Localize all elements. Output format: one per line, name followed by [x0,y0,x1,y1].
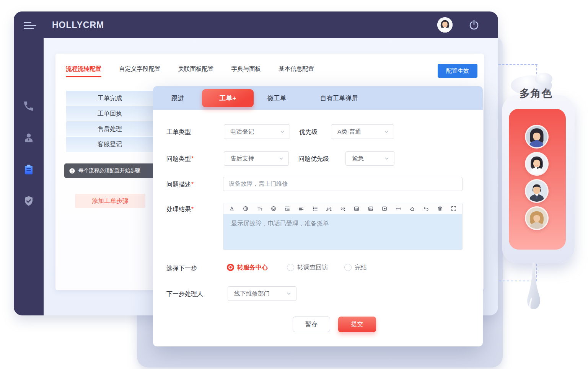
undo-icon[interactable] [423,206,429,212]
flow-step-item[interactable]: 工单完成 [66,91,153,106]
video-icon[interactable] [381,206,388,212]
next-handler-select[interactable]: 线下维修部门 [228,286,296,301]
ticket-type-label: 工单类型 [166,128,191,136]
tab-flow-config[interactable]: 流程流转配置 [66,65,101,77]
next-step-label: 选择下一步 [166,265,197,273]
radio-unselected-icon [287,264,294,271]
blonde-agent-avatar[interactable] [525,206,549,230]
divider-icon[interactable] [395,206,401,212]
list-icon[interactable] [312,206,318,212]
info-icon [69,168,75,174]
sidebar [14,11,44,315]
female-agent-avatar[interactable] [525,125,549,149]
brand-logo: HOLLYCRM [52,11,104,38]
tab-micro-workorder[interactable]: 微工单 [267,86,287,110]
apply-config-button[interactable]: 配置生效 [438,64,477,78]
tab-workorder-active[interactable]: 工单+ [202,89,254,107]
tab-custom-fields[interactable]: 自定义字段配置 [119,65,161,77]
flow-step-item[interactable]: 客服登记 [66,137,153,152]
workorder-modal: 跟进 工单+ 微工单 自有工单弹屏 工单类型 电话登记 优先级 A类-普通 问题… [153,86,483,346]
link-add-icon[interactable] [326,206,332,212]
multi-role-label: 多角色 [520,87,553,100]
phone-icon[interactable] [23,100,34,112]
radio-selected-icon [227,264,234,271]
tooltip-text: 每个流程必须配置开始步骤 [78,167,140,174]
modal-tabbar: 跟进 工单+ 微工单 自有工单弹屏 [153,86,483,110]
priority-select[interactable]: A类-普通 [331,124,394,139]
ticket-type-select[interactable]: 电话登记 [224,124,290,139]
callout-dash-top [498,64,538,65]
tab-own-workorder-popup[interactable]: 自有工单弹屏 [320,86,358,110]
font-size-icon[interactable] [257,206,263,212]
security-shield-icon[interactable] [23,195,34,207]
user-avatar[interactable] [437,17,453,33]
radio-finish[interactable]: 完结 [344,264,367,272]
result-editor-body[interactable]: 显示屏故障，电话已受理，准备派单 [223,214,462,250]
problem-desc-label: 问题描述* [166,181,194,189]
chevron-down-icon [286,291,292,296]
workorder-clipboard-icon[interactable] [23,164,34,175]
problem-type-select[interactable]: 售后支持 [224,151,289,166]
align-icon[interactable] [298,206,304,212]
flow-step-list: 工单完成 工单回执 售后处理 客服登记 [66,91,153,152]
tab-dictionary-panel[interactable]: 字典与面板 [231,65,261,77]
color-palette-icon[interactable] [243,206,249,212]
chevron-down-icon [280,129,285,134]
screen: HOLLYCRM 流程流转配置 自定义字段配置 关联面板配置 字典与面板 基本信… [0,0,588,369]
config-tabbar: 流程流转配置 自定义字段配置 关联面板配置 字典与面板 基本信息配置 [66,65,314,77]
headset-agent-avatar[interactable] [525,152,549,176]
table-icon[interactable] [353,206,360,212]
add-step-button[interactable]: 添加工单步骤 [75,194,145,208]
tab-follow-up[interactable]: 跟进 [171,86,184,110]
fullscreen-icon[interactable] [451,206,457,212]
flow-step-item[interactable]: 工单回执 [66,106,153,121]
chevron-down-icon [384,129,389,134]
contact-icon[interactable] [23,132,34,144]
chevron-down-icon [279,156,284,161]
app-header: HOLLYCRM [14,11,498,38]
flow-config-tooltip: 每个流程必须配置开始步骤 [64,163,167,178]
image-icon[interactable] [368,206,374,212]
teardrop-decoration [518,262,549,338]
priority-label: 优先级 [299,128,318,136]
trash-icon[interactable] [437,206,443,212]
submit-button[interactable]: 提交 [338,317,376,332]
cloud-decoration [535,73,552,85]
tab-linked-panel[interactable]: 关联面板配置 [178,65,214,77]
problem-priority-select[interactable]: 紧急 [345,151,394,166]
link-remove-icon[interactable] [340,206,346,212]
text-style-icon[interactable] [229,206,235,212]
radio-transfer-service-center[interactable]: 转服务中心 [227,264,268,272]
next-handler-label: 下一步处理人 [166,290,203,298]
power-icon[interactable] [468,19,480,31]
radio-transfer-survey[interactable]: 转调查回访 [287,264,328,272]
eraser-icon[interactable] [409,206,415,212]
problem-desc-input[interactable] [223,177,463,191]
tab-basic-info[interactable]: 基本信息配置 [279,65,314,77]
problem-priority-label: 问题优先级 [298,155,329,163]
male-agent-avatar[interactable] [525,179,549,203]
editor-toolbar [223,203,462,214]
flow-step-item[interactable]: 售后处理 [66,121,153,137]
problem-type-label: 问题类型* [166,155,194,163]
radio-unselected-icon [344,264,352,271]
chevron-down-icon [384,156,389,161]
emoji-icon[interactable] [270,206,277,212]
menu-icon[interactable] [24,22,37,29]
result-rich-editor[interactable]: 显示屏故障，电话已受理，准备派单 [223,203,463,250]
result-label: 处理结果* [166,206,194,214]
indent-icon[interactable] [284,206,290,212]
save-draft-button[interactable]: 暂存 [293,317,330,332]
